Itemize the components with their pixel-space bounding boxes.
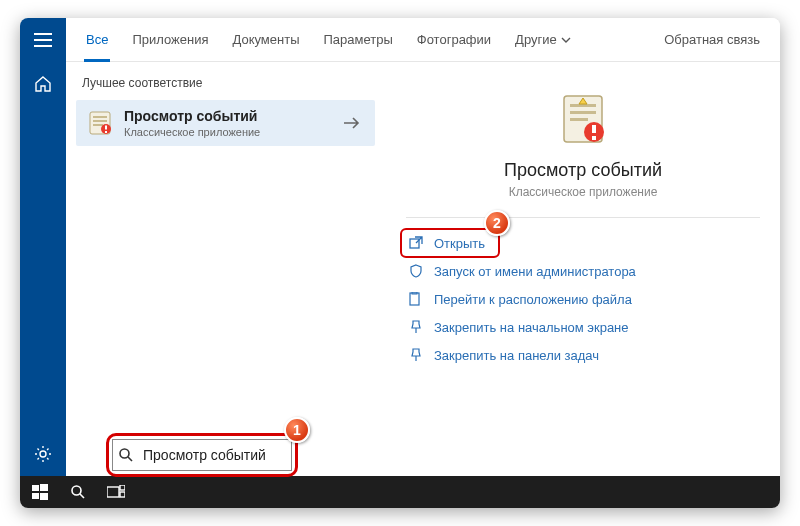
result-title: Просмотр событий (124, 108, 339, 124)
svg-rect-30 (107, 487, 119, 497)
windows-icon (32, 484, 48, 500)
tab-documents[interactable]: Документы (222, 18, 309, 62)
best-match-header: Лучшее соответствие (66, 68, 385, 98)
search-icon (118, 447, 134, 463)
hamburger-icon (34, 33, 52, 47)
home-button[interactable] (20, 62, 66, 106)
taskbar-search-button[interactable] (62, 476, 94, 508)
svg-rect-5 (93, 116, 107, 118)
svg-rect-13 (570, 111, 596, 114)
svg-point-28 (72, 486, 81, 495)
action-open-label: Открыть (434, 236, 485, 251)
task-view-button[interactable] (100, 476, 132, 508)
svg-rect-20 (410, 293, 419, 305)
svg-rect-27 (40, 493, 48, 500)
search-input[interactable] (112, 439, 292, 471)
tab-apps[interactable]: Приложения (122, 18, 218, 62)
action-open-location[interactable]: Перейти к расположению файла (406, 288, 760, 310)
svg-rect-0 (34, 33, 52, 35)
action-run-as-admin[interactable]: Запуск от имени администратора (406, 260, 760, 282)
preview-header: Просмотр событий Классическое приложение (406, 82, 760, 218)
results-pane: Лучшее соответствие Просмотр событий Кла… (66, 62, 386, 432)
preview-app-icon (556, 92, 610, 146)
result-arrow[interactable] (339, 116, 365, 130)
svg-rect-9 (105, 126, 107, 130)
result-item-event-viewer[interactable]: Просмотр событий Классическое приложение (76, 100, 375, 146)
action-pin-taskbar-label: Закрепить на панели задач (434, 348, 599, 363)
svg-rect-18 (592, 136, 596, 140)
tab-settings[interactable]: Параметры (313, 18, 402, 62)
svg-rect-7 (93, 124, 103, 126)
action-run-as-admin-label: Запуск от имени администратора (434, 264, 636, 279)
preview-pane: Просмотр событий Классическое приложение… (386, 62, 780, 432)
arrow-right-icon (343, 116, 361, 130)
home-icon (34, 75, 52, 93)
preview-subtitle: Классическое приложение (509, 185, 658, 199)
action-pin-start[interactable]: Закрепить на начальном экране (406, 316, 760, 338)
svg-rect-6 (93, 120, 107, 122)
taskbar (20, 476, 780, 508)
shield-icon (408, 263, 424, 279)
tabs-bar: Все Приложения Документы Параметры Фотог… (66, 18, 780, 62)
pin-start-icon (408, 319, 424, 335)
hamburger-button[interactable] (20, 18, 66, 62)
actions-list: Открыть Запуск от имени администратора (406, 218, 760, 380)
action-open[interactable]: Открыть (406, 232, 760, 254)
task-view-icon (107, 485, 125, 499)
search-app: Все Приложения Документы Параметры Фотог… (20, 18, 780, 508)
svg-rect-17 (592, 125, 596, 133)
action-pin-start-label: Закрепить на начальном экране (434, 320, 629, 335)
svg-rect-24 (32, 485, 39, 491)
sidebar (20, 18, 66, 476)
svg-rect-31 (120, 485, 125, 490)
svg-rect-1 (34, 39, 52, 41)
start-button[interactable] (24, 476, 56, 508)
svg-rect-19 (410, 239, 419, 248)
top-area: Все Приложения Документы Параметры Фотог… (20, 18, 780, 476)
tab-more[interactable]: Другие (505, 18, 581, 62)
window-frame: Все Приложения Документы Параметры Фотог… (20, 18, 780, 508)
preview-title: Просмотр событий (504, 160, 662, 181)
pin-taskbar-icon (408, 347, 424, 363)
search-icon (70, 484, 86, 500)
svg-rect-2 (34, 45, 52, 47)
open-icon (408, 235, 424, 251)
action-open-location-label: Перейти к расположению файла (434, 292, 632, 307)
svg-rect-25 (40, 484, 48, 491)
settings-button[interactable] (20, 432, 66, 476)
svg-rect-14 (570, 118, 588, 121)
svg-line-29 (80, 494, 84, 498)
svg-line-23 (128, 457, 132, 461)
svg-point-22 (120, 449, 129, 458)
feedback-link[interactable]: Обратная связь (654, 32, 770, 47)
svg-rect-26 (32, 493, 39, 499)
tab-all[interactable]: Все (76, 18, 118, 62)
tab-more-label: Другие (515, 32, 557, 47)
tab-photos[interactable]: Фотографии (407, 18, 501, 62)
folder-icon (408, 291, 424, 307)
content-area: Лучшее соответствие Просмотр событий Кла… (66, 62, 780, 432)
svg-point-3 (40, 451, 46, 457)
svg-rect-32 (120, 492, 125, 497)
gear-icon (34, 445, 52, 463)
result-subtitle: Классическое приложение (124, 126, 339, 138)
chevron-down-icon (561, 37, 571, 43)
event-viewer-icon (86, 109, 114, 137)
main-area: Все Приложения Документы Параметры Фотог… (66, 18, 780, 476)
svg-rect-10 (105, 131, 107, 133)
result-text: Просмотр событий Классическое приложение (124, 108, 339, 138)
action-pin-taskbar[interactable]: Закрепить на панели задач (406, 344, 760, 366)
search-row (66, 432, 780, 476)
